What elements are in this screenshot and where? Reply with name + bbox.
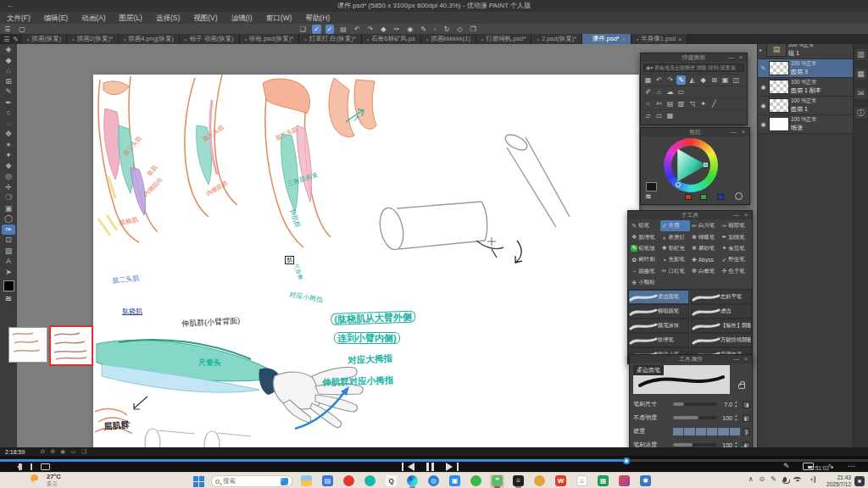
quick-access-icon[interactable]: ◆ <box>698 75 708 85</box>
taskbar-app[interactable] <box>617 474 632 488</box>
tool-icon[interactable]: ✒ <box>2 97 15 108</box>
quick-access-icon[interactable]: ⊞ <box>709 75 719 85</box>
quick-access-icon[interactable]: ▤ <box>665 99 675 108</box>
hardness-segments[interactable] <box>673 428 740 435</box>
quick-access-icon[interactable]: ▦ <box>665 111 675 120</box>
menu-item[interactable]: 帮助(H) <box>298 12 337 24</box>
quick-access-icon[interactable]: ▣ <box>721 75 730 85</box>
tool-icon[interactable]: ◎ <box>2 171 15 182</box>
tool-icon[interactable]: ✥ <box>2 129 15 140</box>
document-tab[interactable]: • 半身像1.psd × <box>632 34 687 44</box>
tray-icon[interactable]: ⊙ <box>760 475 765 483</box>
taskbar-app[interactable] <box>299 474 314 488</box>
sub-tool-group[interactable]: ❀ 蝴蝶笔 <box>690 232 720 243</box>
toolbar-icon[interactable]: ▢ <box>17 25 27 34</box>
quick-access-icon[interactable]: ◫ <box>732 75 741 85</box>
layer-row[interactable]: ◉ 100 %正常 纸张 <box>758 115 853 134</box>
expand-chevron-icon[interactable]: ❯ <box>743 428 750 435</box>
view-control-icon[interactable]: ⊖ <box>40 448 45 455</box>
hue-marker[interactable] <box>676 182 681 187</box>
tray-icon[interactable]: ✎ <box>771 475 776 483</box>
panel-tab-icon[interactable]: ▥ <box>855 49 867 60</box>
taskbar-app[interactable] <box>363 474 377 488</box>
taskbar-clock[interactable]: 21:43 2025/7/12 <box>826 474 851 487</box>
brush-item[interactable]: 万能排线阴影笔 <box>691 333 752 347</box>
tool-icon[interactable]: ❍ <box>2 192 15 203</box>
tool-icon[interactable]: ◆ <box>2 55 15 66</box>
sub-tool-group[interactable]: ❖ 肌理笔 <box>630 232 659 243</box>
tool-icon[interactable]: ⊡ <box>2 235 15 246</box>
taskbar-app[interactable]: ≡ <box>575 474 589 488</box>
taskbar-app[interactable] <box>532 474 547 488</box>
quick-access-icon[interactable]: ▭ <box>676 87 686 97</box>
quick-access-icon[interactable]: ✄ <box>654 99 664 108</box>
tool-icon[interactable]: ○ <box>2 108 15 119</box>
tabbar-lead-icon[interactable]: ✎ <box>13 36 19 43</box>
brush-item[interactable]: 虚边 <box>691 304 752 319</box>
color-history-icon[interactable]: ≋ <box>5 294 12 303</box>
tool-icon[interactable]: ◌ <box>2 119 15 130</box>
brush-item[interactable]: 颜克涂抹 <box>628 319 689 333</box>
toolbar-icon[interactable]: ◉ <box>405 25 415 34</box>
toolbar-icon[interactable]: ✎ <box>419 25 428 34</box>
tool-property-row[interactable]: 硬度 ▴▾ ❯ <box>633 424 750 438</box>
document-tab[interactable]: • 喷枪.psd(恢复)* <box>240 34 300 44</box>
menu-item[interactable]: 动画(A) <box>75 12 112 24</box>
sub-tool-group[interactable]: ✏ 口红笔 <box>660 266 690 277</box>
document-tab[interactable]: • 打磨绳帆.psd* <box>476 34 532 44</box>
document-tab[interactable]: • 袖子 动画(恢复) <box>180 34 240 44</box>
hue-ring[interactable] <box>664 138 718 192</box>
document-tab[interactable]: • 插画(恢复) <box>22 34 67 44</box>
video-preview-thumbnail-active[interactable] <box>49 325 93 366</box>
taskbar-app[interactable]: ≡ <box>511 474 526 488</box>
panel-buttons[interactable]: — × <box>731 128 747 136</box>
toolbar-icon[interactable]: ◆ <box>379 25 387 34</box>
toolbar-icon[interactable]: ✓ <box>312 25 321 34</box>
view-control-icon[interactable]: ◉ <box>60 448 65 455</box>
sub-tool-group[interactable]: ✚ 彩虹光 <box>660 243 690 254</box>
eye-icon[interactable]: ◉ <box>760 121 767 128</box>
brush-item[interactable]: 横暗圆笔 <box>628 304 689 319</box>
toolbar-icon[interactable]: ☰ <box>3 25 12 34</box>
sub-tool-group[interactable]: ◔ 圆曲笔 <box>630 266 659 277</box>
danmaku-toggle-icon[interactable] <box>31 463 32 470</box>
menu-item[interactable]: 编辑(E) <box>37 12 75 24</box>
taskbar-app[interactable] <box>342 474 356 488</box>
eye-icon[interactable]: ◉ <box>760 84 767 91</box>
taskbar-app[interactable]: W <box>554 474 568 488</box>
tool-icon[interactable]: ✑ <box>2 225 15 236</box>
document-tab[interactable]: • 课件.psd* × <box>582 34 632 44</box>
document-tab[interactable]: • 插画kkkkkk(1) <box>421 34 476 44</box>
sub-tool-group[interactable]: ◑ 光影笔 <box>660 254 690 265</box>
view-control-icon[interactable]: ⊕ <box>50 448 55 455</box>
taskbar-app[interactable]: ▣ <box>448 474 462 488</box>
quick-access-icon[interactable]: ⌂ <box>654 87 664 97</box>
toolbar-icon[interactable]: ▤ <box>338 25 348 34</box>
menu-item[interactable]: 窗口(W) <box>259 12 299 24</box>
brush-item[interactable]: 【板绘】阴影 44 <box>691 319 752 333</box>
volume-icon[interactable] <box>14 463 22 470</box>
quick-access-icon[interactable]: ✦ <box>698 99 708 108</box>
taskbar-app[interactable]: ❞ <box>490 474 504 488</box>
toolbar-icon[interactable]: ❏ <box>298 25 308 34</box>
quick-access-icon[interactable]: ○ <box>643 99 653 108</box>
view-control-icon[interactable]: ▭ <box>70 448 76 455</box>
toolbar-icon[interactable]: ↻ <box>442 25 452 34</box>
taskbar-app[interactable]: ▦ <box>596 474 610 488</box>
toolbar-icon[interactable]: ◇ <box>455 25 464 34</box>
property-slider[interactable] <box>673 402 716 406</box>
sub-tool-group[interactable]: ✑ 暗部笔 <box>720 220 749 231</box>
panel-title[interactable]: 色轮— × <box>641 128 749 136</box>
next-track-button[interactable] <box>446 463 459 471</box>
quick-access-icon[interactable]: ✎ <box>676 75 686 85</box>
tool-icon[interactable]: A <box>2 256 15 267</box>
start-button[interactable] <box>193 476 204 487</box>
menu-item[interactable]: 选择(S) <box>149 12 186 24</box>
sub-tool-group[interactable]: ➶ 野生笔 <box>720 254 749 265</box>
tray-volume-icon[interactable] <box>807 476 815 483</box>
tab-close-icon[interactable]: × <box>622 36 626 42</box>
stepper-icon[interactable]: ▴▾ <box>735 400 740 408</box>
property-slider[interactable] <box>673 443 716 446</box>
taskbar-app[interactable]: ▤ <box>320 474 335 488</box>
taskbar-app[interactable] <box>469 474 483 488</box>
